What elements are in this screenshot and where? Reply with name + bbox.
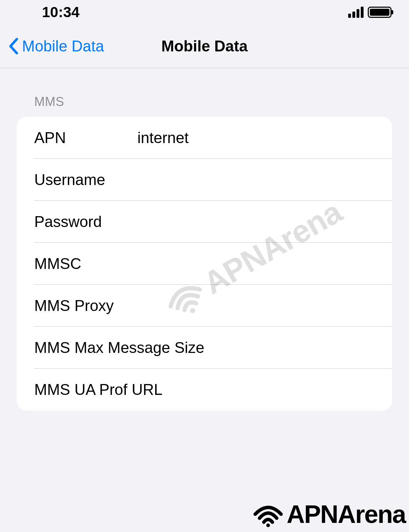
back-button[interactable]: Mobile Data [0,37,104,55]
row-apn[interactable]: APN [17,117,392,159]
row-mms-ua-prof[interactable]: MMS UA Prof URL [17,369,392,411]
content-area: MMS APN Username Password MMSC MMS Proxy… [0,68,409,411]
watermark-bottom: APNArena [252,500,406,529]
label-mms-proxy: MMS Proxy [34,297,137,314]
label-mmsc: MMSC [34,255,137,272]
back-label: Mobile Data [22,37,104,55]
input-password[interactable] [137,213,392,230]
svg-point-1 [266,523,270,527]
status-indicators [348,7,392,18]
input-mms-proxy[interactable] [137,297,392,314]
row-mms-max-size[interactable]: MMS Max Message Size [17,327,392,369]
input-username[interactable] [137,171,392,189]
row-password[interactable]: Password [17,201,392,243]
row-username[interactable]: Username [17,159,392,201]
label-password: Password [34,213,137,230]
cellular-signal-icon [348,7,364,18]
navigation-bar: Mobile Data Mobile Data [0,24,409,68]
label-apn: APN [34,129,137,147]
chevron-left-icon [9,38,19,55]
watermark-text-bottom: APNArena [287,500,406,529]
wifi-icon [252,501,284,527]
label-mms-max-size: MMS Max Message Size [34,339,204,356]
row-mms-proxy[interactable]: MMS Proxy [17,285,392,327]
battery-icon [368,7,392,18]
row-mmsc[interactable]: MMSC [17,243,392,285]
settings-group-mms: APN Username Password MMSC MMS Proxy MMS… [17,117,392,411]
status-time: 10:34 [42,4,79,21]
input-apn[interactable] [137,129,392,147]
label-mms-ua-prof: MMS UA Prof URL [34,381,163,398]
input-mmsc[interactable] [137,255,392,272]
label-username: Username [34,171,137,189]
page-title: Mobile Data [162,37,248,55]
status-bar: 10:34 [0,0,409,24]
section-header-mms: MMS [17,94,392,109]
